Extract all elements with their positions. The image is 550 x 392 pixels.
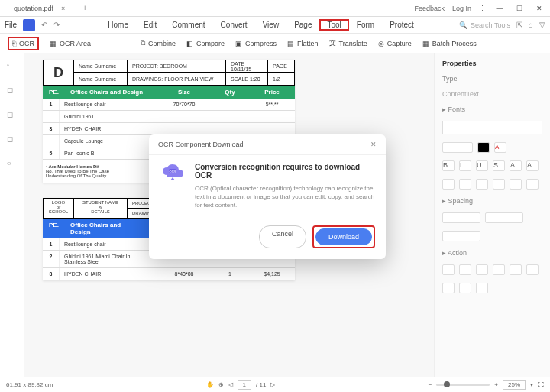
align-right-button[interactable] bbox=[476, 179, 488, 190]
menu-form[interactable]: Form bbox=[349, 21, 382, 29]
menu-protect[interactable]: Protect bbox=[382, 21, 422, 29]
capture-icon: ◎ bbox=[378, 40, 384, 47]
menu-convert[interactable]: Convert bbox=[213, 21, 255, 29]
menu-view[interactable]: View bbox=[255, 21, 287, 29]
action-2[interactable] bbox=[459, 264, 471, 275]
share-icon[interactable]: ⇱ bbox=[516, 21, 522, 29]
para-spacing-stepper[interactable] bbox=[485, 212, 523, 223]
dialog-heading: Conversion recognition requires to downl… bbox=[195, 163, 375, 180]
char-spacing-stepper[interactable] bbox=[442, 231, 480, 241]
ocr-button[interactable]: ⎘OCR bbox=[8, 37, 39, 50]
translate-button[interactable]: 文Translate bbox=[329, 38, 367, 48]
document-tab[interactable]: quotation.pdf × bbox=[6, 2, 73, 15]
dialog-title: OCR Component Download bbox=[158, 141, 244, 148]
compress-button[interactable]: ▣Compress bbox=[235, 40, 277, 47]
flatten-icon: ▤ bbox=[287, 40, 294, 47]
kebab-icon[interactable]: ⋮ bbox=[479, 5, 486, 12]
italic-button[interactable]: I bbox=[459, 160, 471, 171]
bold-button[interactable]: B bbox=[442, 160, 455, 171]
search-tools[interactable]: 🔍Search Tools bbox=[459, 21, 510, 29]
ocr-area-button[interactable]: ▦OCR Area bbox=[50, 40, 91, 47]
capture-button[interactable]: ◎Capture bbox=[378, 40, 412, 47]
select-tool-icon[interactable]: ⊕ bbox=[218, 381, 224, 388]
feedback-link[interactable]: Feedback bbox=[414, 5, 445, 12]
translate-icon: 文 bbox=[329, 38, 336, 48]
action-section[interactable]: ▸ Action bbox=[442, 249, 542, 257]
batch-icon: ▦ bbox=[422, 40, 429, 47]
next-page-icon[interactable]: ▷ bbox=[270, 381, 275, 388]
menu-page[interactable]: Page bbox=[286, 21, 319, 29]
cloud-icon[interactable]: ⌂ bbox=[529, 21, 533, 29]
redo-icon[interactable]: ↷ bbox=[50, 21, 63, 29]
zoom-slider[interactable] bbox=[436, 384, 490, 386]
menu-edit[interactable]: Edit bbox=[136, 21, 164, 29]
bookmark-icon[interactable]: ◻ bbox=[7, 86, 18, 96]
zoom-in-icon[interactable]: + bbox=[494, 381, 498, 388]
strike-button[interactable]: S bbox=[493, 160, 505, 171]
flatten-button[interactable]: ▤Flatten bbox=[287, 40, 319, 47]
action-3[interactable] bbox=[476, 264, 488, 275]
ocr-icon: ⎘ bbox=[12, 40, 16, 47]
fonts-section[interactable]: ▸ Fonts bbox=[442, 105, 542, 113]
line-spacing-stepper[interactable] bbox=[442, 212, 480, 223]
action-1[interactable] bbox=[442, 264, 455, 275]
zoom-out-icon[interactable]: − bbox=[429, 381, 432, 388]
table-row: Ghidini 1961 bbox=[43, 111, 295, 123]
thumbnails-icon[interactable]: ▫ bbox=[7, 61, 18, 72]
undo-icon[interactable]: ↶ bbox=[38, 21, 50, 29]
expand-icon[interactable]: ▽ bbox=[539, 21, 545, 29]
spacing-section[interactable]: ▸ Spacing bbox=[442, 197, 542, 205]
align-left-button[interactable] bbox=[442, 179, 455, 190]
cancel-button[interactable]: Cancel bbox=[259, 225, 306, 248]
zoom-value[interactable]: 25% bbox=[503, 380, 526, 390]
compare-button[interactable]: ◧Compare bbox=[186, 40, 225, 47]
search-panel-icon[interactable]: ○ bbox=[7, 159, 18, 170]
search-icon: 🔍 bbox=[459, 21, 467, 29]
doc-logo: D bbox=[44, 60, 74, 85]
align-x-button[interactable] bbox=[510, 179, 522, 190]
login-link[interactable]: Log In bbox=[452, 5, 471, 12]
align-y-button[interactable] bbox=[526, 179, 539, 190]
action-9[interactable] bbox=[476, 283, 488, 293]
zoom-dropdown-icon[interactable]: ▾ bbox=[530, 381, 533, 388]
minimize-icon[interactable]: — bbox=[493, 2, 506, 15]
underline-button[interactable]: U bbox=[476, 160, 488, 171]
attachment-icon[interactable]: ◻ bbox=[7, 134, 18, 145]
font-size-select[interactable] bbox=[442, 142, 473, 153]
menu-tool[interactable]: Tool bbox=[319, 19, 348, 31]
table-row: 3HYDEN CHAIR bbox=[43, 123, 295, 135]
new-tab-button[interactable]: + bbox=[76, 4, 93, 12]
type-value: ContentText bbox=[442, 90, 542, 98]
menu-comment[interactable]: Comment bbox=[164, 21, 212, 29]
super-button[interactable]: A bbox=[510, 160, 522, 171]
status-bar: 61.91 x 89.82 cm ✋ ⊕ ◁ 1 / 11 ▷ − + 25% … bbox=[0, 377, 550, 392]
combine-button[interactable]: ⧉Combine bbox=[141, 39, 176, 47]
batch-button[interactable]: ▦Batch Process bbox=[422, 40, 477, 47]
font-color-button[interactable] bbox=[477, 142, 490, 153]
fullscreen-icon[interactable]: ⛶ bbox=[538, 381, 544, 388]
table-row: 1Rest lounge chair70*70*705**.** bbox=[43, 99, 295, 111]
action-5[interactable] bbox=[510, 264, 522, 275]
close-window-icon[interactable]: ✕ bbox=[533, 2, 545, 15]
hand-tool-icon[interactable]: ✋ bbox=[206, 381, 214, 388]
sub-button[interactable]: A bbox=[526, 160, 539, 171]
download-button[interactable]: Download bbox=[315, 228, 372, 245]
dialog-close-icon[interactable]: ✕ bbox=[370, 141, 377, 148]
action-6[interactable] bbox=[526, 264, 539, 275]
page-input[interactable]: 1 bbox=[238, 380, 251, 390]
compress-icon: ▣ bbox=[235, 40, 242, 47]
action-8[interactable] bbox=[459, 283, 471, 293]
font-family-select[interactable] bbox=[442, 121, 542, 134]
align-justify-button[interactable] bbox=[493, 179, 505, 190]
action-4[interactable] bbox=[493, 264, 505, 275]
align-center-button[interactable] bbox=[459, 179, 471, 190]
action-7[interactable] bbox=[442, 283, 455, 293]
file-menu[interactable]: File bbox=[5, 21, 17, 29]
close-icon[interactable]: × bbox=[61, 5, 65, 12]
menu-bar: File ↶ ↷ Home Edit Comment Convert View … bbox=[0, 17, 550, 34]
font-color-a[interactable]: A bbox=[494, 142, 506, 153]
prev-page-icon[interactable]: ◁ bbox=[228, 381, 233, 388]
menu-home[interactable]: Home bbox=[100, 21, 136, 29]
comment-panel-icon[interactable]: ◻ bbox=[7, 110, 18, 121]
maximize-icon[interactable]: ☐ bbox=[513, 2, 526, 15]
